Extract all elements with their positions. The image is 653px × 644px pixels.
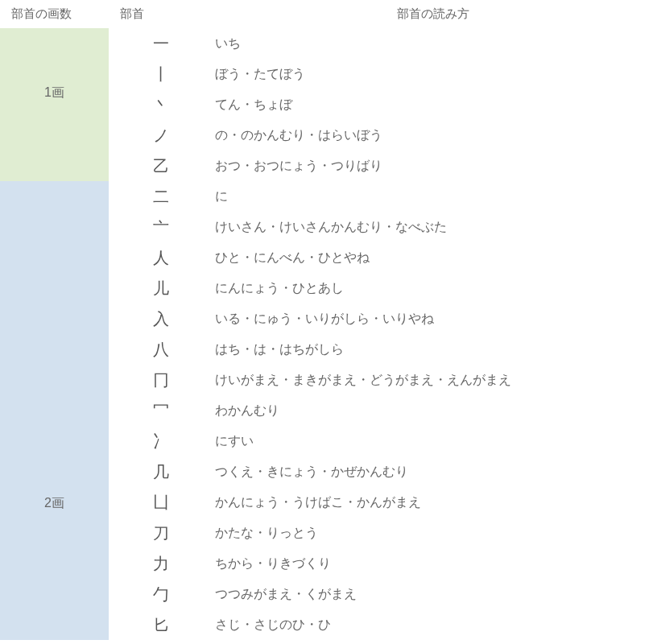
reading-cell: いる・にゅう・いりがしら・いりやね	[213, 303, 653, 334]
radical-cell: 丨	[109, 59, 213, 89]
reading-cell: さじ・さじのひ・ひ	[213, 609, 653, 640]
reading-cell: つくえ・きにょう・かぜかんむり	[213, 456, 653, 487]
header-row: 部首の画数 部首 部首の読み方	[0, 0, 653, 28]
radical-cell: 丶	[109, 89, 213, 120]
radical-table: 部首の画数 部首 部首の読み方 1画一いち丨ぼう・たてぼう丶てん・ちょぼノの・の…	[0, 0, 653, 640]
reading-cell: ちから・りきづくり	[213, 548, 653, 579]
reading-cell: に	[213, 181, 653, 212]
reading-cell: はち・は・はちがしら	[213, 334, 653, 365]
reading-cell: けいがまえ・まきがまえ・どうがまえ・えんがまえ	[213, 365, 653, 395]
header-reading: 部首の読み方	[213, 0, 653, 28]
table-row: 2画二に	[0, 181, 653, 212]
radical-cell: 一	[109, 28, 213, 59]
reading-cell: つつみがまえ・くがまえ	[213, 579, 653, 609]
radical-cell: 冫	[109, 426, 213, 456]
table-row: 1画一いち	[0, 28, 653, 59]
table-body: 1画一いち丨ぼう・たてぼう丶てん・ちょぼノの・のかんむり・はらいぼう乙おつ・おつ…	[0, 28, 653, 640]
radical-cell: 乙	[109, 151, 213, 181]
radical-cell: 匕	[109, 609, 213, 640]
reading-cell: けいさん・けいさんかんむり・なべぶた	[213, 212, 653, 242]
radical-cell: ノ	[109, 120, 213, 151]
radical-cell: 几	[109, 456, 213, 487]
reading-cell: の・のかんむり・はらいぼう	[213, 120, 653, 151]
reading-cell: ひと・にんべん・ひとやね	[213, 242, 653, 273]
radical-cell: 力	[109, 548, 213, 579]
radical-cell: 凵	[109, 487, 213, 518]
radical-cell: 二	[109, 181, 213, 212]
radical-cell: 冖	[109, 395, 213, 426]
radical-cell: 刀	[109, 518, 213, 548]
strokes-cell: 2画	[0, 181, 109, 640]
reading-cell: にんにょう・ひとあし	[213, 273, 653, 303]
radical-cell: 亠	[109, 212, 213, 242]
radical-cell: 勹	[109, 579, 213, 609]
reading-cell: ぼう・たてぼう	[213, 59, 653, 89]
reading-cell: わかんむり	[213, 395, 653, 426]
reading-cell: かんにょう・うけばこ・かんがまえ	[213, 487, 653, 518]
reading-cell: にすい	[213, 426, 653, 456]
reading-cell: いち	[213, 28, 653, 59]
radical-cell: 儿	[109, 273, 213, 303]
reading-cell: おつ・おつにょう・つりばり	[213, 151, 653, 181]
reading-cell: かたな・りっとう	[213, 518, 653, 548]
radical-cell: 人	[109, 242, 213, 273]
header-strokes: 部首の画数	[0, 0, 109, 28]
reading-cell: てん・ちょぼ	[213, 89, 653, 120]
radical-cell: 入	[109, 303, 213, 334]
radical-cell: 八	[109, 334, 213, 365]
strokes-cell: 1画	[0, 28, 109, 181]
header-radical: 部首	[109, 0, 213, 28]
radical-cell: 冂	[109, 365, 213, 395]
